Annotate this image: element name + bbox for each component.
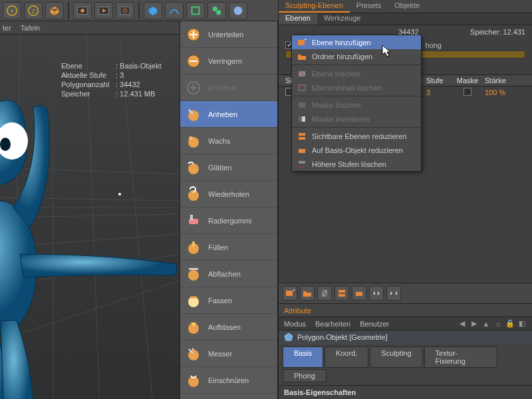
ctx-del-higher[interactable]: Höhere Stufen löschen bbox=[292, 157, 421, 171]
ctx-merge-base[interactable]: Auf Basis-Objekt reduzieren bbox=[292, 143, 421, 157]
tool-label: Anheben bbox=[208, 110, 237, 118]
prim-cube-button[interactable] bbox=[144, 2, 162, 19]
th-strength: Stärke bbox=[485, 76, 517, 84]
tab-presets[interactable]: Presets bbox=[350, 0, 388, 13]
tool-glätten[interactable]: Glätten bbox=[180, 154, 277, 181]
ctx-label: Ordner hinzufügen bbox=[312, 53, 372, 61]
attr-menu-edit[interactable]: Bearbeiten bbox=[315, 320, 350, 328]
nav-back-icon[interactable]: ◀ bbox=[458, 319, 467, 329]
tool-verringern[interactable]: Verringern bbox=[180, 48, 277, 74]
attr-tab-coord[interactable]: Koord. bbox=[325, 346, 368, 368]
tool-icon bbox=[184, 105, 203, 124]
tool-icon bbox=[184, 265, 203, 283]
tool-einschnüren[interactable]: Einschnüren bbox=[180, 367, 277, 394]
tab-objects[interactable]: Objekte bbox=[388, 0, 426, 13]
tool-fassen[interactable]: Fassen bbox=[180, 287, 277, 314]
del-higher-icon bbox=[297, 160, 307, 169]
collapse-button[interactable] bbox=[386, 286, 401, 301]
merge-vis-icon bbox=[297, 132, 307, 141]
tool-icon bbox=[184, 238, 203, 257]
tool-unterteilen[interactable]: Unterteilen bbox=[180, 21, 277, 48]
tool-füllen[interactable]: Füllen bbox=[180, 234, 277, 261]
svg-text:+: + bbox=[293, 289, 295, 293]
tool-label: Erhöhen bbox=[208, 84, 236, 92]
attribute-object-line[interactable]: Polygon-Objekt [Geometrie] bbox=[279, 331, 532, 344]
lock-icon[interactable]: 🔒 bbox=[505, 319, 515, 329]
ctx-label: Maske invertieren bbox=[312, 115, 370, 123]
attr-menu-user[interactable]: Benutzer bbox=[360, 320, 389, 328]
attr-tab-sculpting[interactable]: Sculpting bbox=[370, 346, 422, 368]
ctx-folder-add[interactable]: Ordner hinzufügen bbox=[292, 49, 421, 63]
info-polycount-value: : 34432 bbox=[116, 80, 140, 89]
tool-aufblasen[interactable]: Aufblasen bbox=[180, 314, 277, 340]
merge-visible-button[interactable] bbox=[334, 286, 349, 301]
th-mask: Maske bbox=[454, 76, 481, 84]
attr-section-basic: Basis-Eigenschaften bbox=[279, 385, 532, 399]
tool-icon bbox=[184, 158, 203, 177]
ctx-label: Ebene löschen bbox=[312, 70, 360, 78]
ctx-mask-inv: Maske invertieren bbox=[292, 112, 421, 126]
tool-label: Aufblasen bbox=[208, 323, 241, 331]
axis-z-button[interactable]: Z bbox=[24, 2, 43, 19]
expand-button[interactable] bbox=[369, 286, 384, 301]
render-view-button[interactable] bbox=[73, 2, 92, 19]
view-subbar: ter Tafeln bbox=[0, 21, 180, 35]
add-layer-button[interactable]: + bbox=[283, 286, 297, 301]
render-settings-button[interactable] bbox=[116, 2, 134, 19]
nav-up-icon[interactable]: ▲ bbox=[481, 319, 491, 329]
tool-abflachen[interactable]: Abflachen bbox=[180, 261, 277, 287]
tool-icon bbox=[184, 78, 203, 97]
cube-button[interactable] bbox=[45, 2, 64, 19]
svg-rect-61 bbox=[299, 116, 302, 122]
generator-button[interactable] bbox=[186, 2, 205, 19]
th-level: Stufe bbox=[426, 76, 450, 84]
attr-tab-texture-fix[interactable]: Textur-Fixierung bbox=[424, 346, 497, 368]
attr-tab-phong[interactable]: Phong bbox=[283, 369, 327, 382]
ctx-label: Ebeneninhalt löschen bbox=[312, 84, 382, 92]
ctx-layer-clear: Ebeneninhalt löschen bbox=[292, 80, 421, 94]
viewport-info-overlay: Ebene: Basis-Objekt Aktuelle Stufe: 3 Po… bbox=[61, 61, 161, 98]
tool-radiergummi[interactable]: Radiergummi bbox=[180, 207, 277, 234]
tool-erhöhen[interactable]: Erhöhen bbox=[180, 74, 277, 101]
viewport[interactable]: Ebene: Basis-Objekt Aktuelle Stufe: 3 Po… bbox=[0, 35, 180, 399]
merge-base-button[interactable] bbox=[352, 286, 366, 301]
svg-point-5 bbox=[80, 9, 84, 12]
svg-rect-63 bbox=[299, 133, 305, 136]
ctx-layer-add[interactable]: +Ebene hinzufügen bbox=[292, 35, 421, 49]
subtab-layers[interactable]: Ebenen bbox=[279, 13, 317, 25]
add-folder-button[interactable] bbox=[300, 286, 315, 301]
attr-tab-basis[interactable]: Basis bbox=[283, 346, 323, 368]
ctx-mask-del: Maske löschen bbox=[292, 98, 421, 112]
svg-rect-64 bbox=[299, 137, 305, 140]
row-mask-checkbox[interactable] bbox=[454, 88, 481, 97]
subtab-tools[interactable]: Werkzeuge bbox=[317, 13, 367, 25]
nav-fwd-icon[interactable]: ▶ bbox=[469, 319, 479, 329]
spline-button[interactable] bbox=[165, 2, 184, 19]
nav-home-icon[interactable]: ⌂ bbox=[493, 319, 503, 329]
tool-wachs[interactable]: Wachs bbox=[180, 128, 277, 154]
axis-y-button[interactable]: Y bbox=[3, 2, 21, 19]
svg-point-12 bbox=[216, 10, 221, 15]
deformer-button[interactable] bbox=[207, 2, 226, 19]
info-layer-label: Ebene bbox=[61, 61, 116, 70]
environment-button[interactable] bbox=[229, 2, 247, 19]
ctx-merge-vis[interactable]: Sichtbare Ebenen reduzieren bbox=[292, 129, 421, 143]
ctx-label: Höhere Stufen löschen bbox=[312, 160, 386, 168]
info-memory-label: Speicher bbox=[61, 89, 116, 98]
svg-marker-53 bbox=[285, 333, 293, 340]
tab-sculpting-layers[interactable]: Sculpting-Ebenen bbox=[279, 0, 350, 13]
subbar-item-1[interactable]: ter bbox=[3, 24, 11, 32]
row-strength: 100 % bbox=[485, 88, 517, 96]
info-level-value: : 3 bbox=[116, 70, 124, 80]
new-window-icon[interactable]: ◧ bbox=[517, 319, 527, 329]
render-pv-button[interactable] bbox=[94, 2, 113, 19]
tool-anheben[interactable]: Anheben bbox=[180, 101, 277, 128]
tool-wiederholen[interactable]: Wiederholen bbox=[180, 181, 277, 207]
delete-layer-button[interactable] bbox=[317, 286, 332, 301]
subbar-item-2[interactable]: Tafeln bbox=[21, 24, 40, 32]
svg-point-34 bbox=[189, 136, 193, 140]
attr-menu-mode[interactable]: Modus bbox=[284, 320, 306, 328]
attribute-menu: Modus Bearbeiten Benutzer ◀ ▶ ▲ ⌂ 🔒 ◧ bbox=[279, 317, 532, 331]
tool-messer[interactable]: Messer bbox=[180, 340, 277, 367]
svg-rect-52 bbox=[356, 292, 362, 296]
